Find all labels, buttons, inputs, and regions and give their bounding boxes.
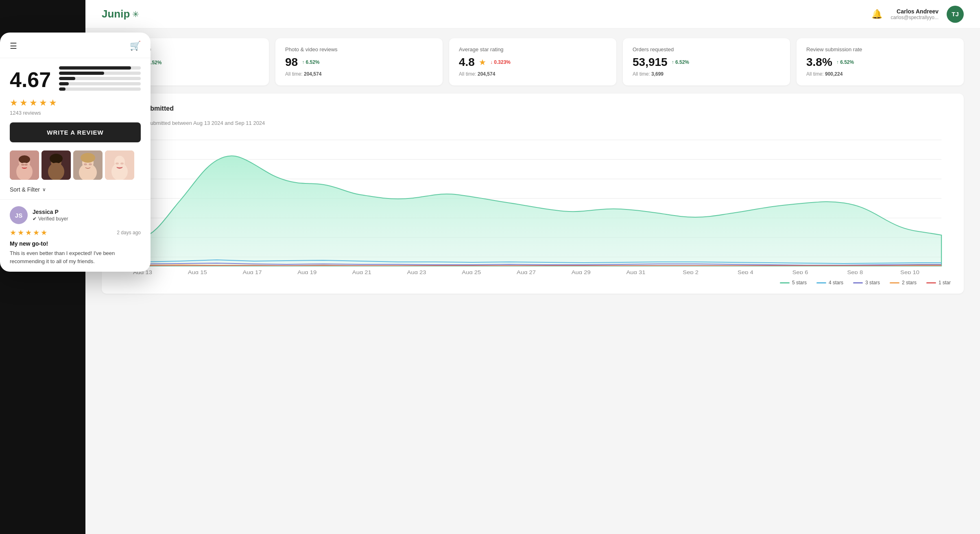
- reviewer-name: Jessica P: [33, 209, 68, 215]
- star-4: ★: [39, 98, 47, 108]
- rating-bar-fill: [59, 66, 131, 70]
- svg-point-34: [16, 163, 33, 180]
- sort-filter[interactable]: Sort & Filter ∨: [0, 186, 151, 199]
- svg-point-51: [111, 163, 128, 180]
- svg-text:Aug 25: Aug 25: [462, 269, 481, 274]
- stat-label: Photo & video reviews: [285, 46, 433, 52]
- legend-item-3-stars: 3 stars: [853, 280, 880, 286]
- user-info: Carlos Andreev carlos@spectrallyyo...: [891, 8, 939, 20]
- stat-value: 4.8: [459, 56, 475, 69]
- stat-value: 98: [285, 56, 298, 69]
- review-photo-1[interactable]: [10, 150, 39, 180]
- svg-text:Aug 31: Aug 31: [626, 269, 645, 274]
- stat-change: ↑ 6.52%: [836, 59, 854, 65]
- rating-bar-row: [59, 72, 141, 75]
- svg-text:Sep 8: Sep 8: [847, 269, 863, 274]
- write-review-button[interactable]: WRITE A REVIEW: [10, 122, 141, 142]
- rating-bar-row: [59, 87, 141, 91]
- stat-change: ↑ 6.52%: [672, 59, 689, 65]
- stat-all-time: All time: 900,224: [806, 71, 954, 77]
- mobile-widget: ☰ 🛒 4.67 ★ ★ ★ ★ ★ 1243 reviews WRITE A …: [0, 33, 151, 272]
- dashboard: Junip ✳ 🔔 Carlos Andreev carlos@spectral…: [85, 0, 980, 534]
- hamburger-icon[interactable]: ☰: [10, 41, 17, 51]
- widget-photos: [10, 150, 141, 180]
- review-rating-row: ★ ★ ★ ★ ★ 2 days ago: [10, 228, 141, 237]
- nav-right: 🔔 Carlos Andreev carlos@spectrallyyo... …: [871, 6, 964, 23]
- legend-color: [853, 282, 863, 283]
- logo-star-icon: ✳: [132, 9, 139, 19]
- big-rating: 4.67: [10, 69, 51, 90]
- user-name: Carlos Andreev: [897, 8, 939, 15]
- review-item: JS Jessica P ✔ Verified buyer ★ ★ ★ ★ ★: [0, 199, 151, 272]
- svg-text:Sep 2: Sep 2: [683, 269, 698, 274]
- review-body: This is even better than I expected! I'v…: [10, 249, 141, 265]
- r-star-2: ★: [17, 228, 24, 237]
- review-photo-2[interactable]: [41, 150, 71, 180]
- stat-value: 53,915: [633, 56, 668, 69]
- stat-label: Orders requested: [633, 46, 780, 52]
- svg-point-40: [48, 163, 64, 180]
- cart-icon[interactable]: 🛒: [130, 41, 141, 51]
- reviewer-details: Jessica P ✔ Verified buyer: [33, 209, 68, 222]
- stat-main: 4.8★↓ 0.323%: [459, 56, 607, 69]
- svg-point-52: [116, 163, 119, 165]
- svg-text:Sep 10: Sep 10: [900, 269, 919, 274]
- user-avatar[interactable]: TJ: [947, 6, 964, 23]
- rating-bar-row: [59, 77, 141, 80]
- legend-label: 1 star: [939, 280, 951, 286]
- verified-badge: ✔ Verified buyer: [33, 216, 68, 222]
- logo: Junip ✳: [102, 8, 139, 20]
- bell-icon[interactable]: 🔔: [871, 9, 882, 20]
- sort-filter-label: Sort & Filter: [10, 186, 40, 193]
- review-photo-3[interactable]: [73, 150, 103, 180]
- stat-main: 98↑ 6.52%: [285, 56, 433, 69]
- star-icon: ★: [479, 57, 486, 67]
- stat-all-time: All time: 3,699: [633, 71, 780, 77]
- chart-date-range: Submitted between Aug 13 2024 and Sep 11…: [147, 120, 265, 126]
- legend-label: 3 stars: [865, 280, 880, 286]
- review-photo-4[interactable]: [105, 150, 134, 180]
- rating-bars: [59, 66, 141, 93]
- chart-container: 70 60 50 40 30 20 10 0: [115, 136, 951, 274]
- widget-rating-section: 4.67: [0, 58, 151, 101]
- svg-text:Aug 15: Aug 15: [188, 269, 207, 274]
- stat-all-time: All time: 204,574: [459, 71, 607, 77]
- svg-point-39: [50, 154, 63, 163]
- stat-card-review-submission-rate: Review submission rate3.8%↑ 6.52%All tim…: [797, 38, 964, 85]
- rating-bar-outer: [59, 82, 141, 85]
- legend-label: 2 stars: [902, 280, 917, 286]
- svg-text:Aug 29: Aug 29: [572, 269, 591, 274]
- stat-change: ↓ 0.323%: [490, 59, 511, 65]
- svg-point-35: [21, 164, 24, 166]
- r-star-3: ★: [25, 228, 32, 237]
- svg-text:Aug 23: Aug 23: [407, 269, 426, 274]
- check-circle-icon: ✔: [33, 216, 37, 222]
- rating-bar-outer: [59, 87, 141, 91]
- r-star-5: ★: [41, 228, 47, 237]
- widget-stars: ★ ★ ★ ★ ★: [10, 98, 151, 108]
- logo-text: Junip: [102, 8, 130, 20]
- svg-text:Aug 17: Aug 17: [242, 269, 262, 274]
- rating-bar-outer: [59, 72, 141, 75]
- chart-subtitle-row: 1048 Submitted between Aug 13 2024 and S…: [115, 114, 951, 128]
- legend-item-2-stars: 2 stars: [890, 280, 917, 286]
- legend-item-5-stars: 5 stars: [780, 280, 807, 286]
- legend-color: [926, 282, 936, 283]
- svg-point-36: [24, 164, 28, 166]
- svg-text:Sep 4: Sep 4: [738, 269, 753, 274]
- review-title: My new go-to!: [10, 240, 141, 247]
- chart-title: Reviews submitted: [115, 105, 951, 112]
- widget-review-count: 1243 reviews: [10, 110, 151, 116]
- stat-card-orders-requested: Orders requested53,915↑ 6.52%All time: 3…: [623, 38, 790, 85]
- svg-point-33: [19, 155, 30, 163]
- stat-card-photo-video-reviews: Photo & video reviews98↑ 6.52%All time: …: [275, 38, 443, 85]
- rating-bar-fill: [59, 87, 65, 91]
- user-email: carlos@spectrallyyo...: [891, 15, 939, 20]
- stat-value: 3.8%: [806, 56, 832, 69]
- star-3: ★: [29, 98, 37, 108]
- legend-color: [780, 282, 790, 283]
- rating-bar-row: [59, 66, 141, 70]
- legend-color: [890, 282, 899, 283]
- chart-legend: 5 stars4 stars3 stars2 stars1 star: [115, 280, 951, 286]
- verified-label: Verified buyer: [38, 216, 68, 222]
